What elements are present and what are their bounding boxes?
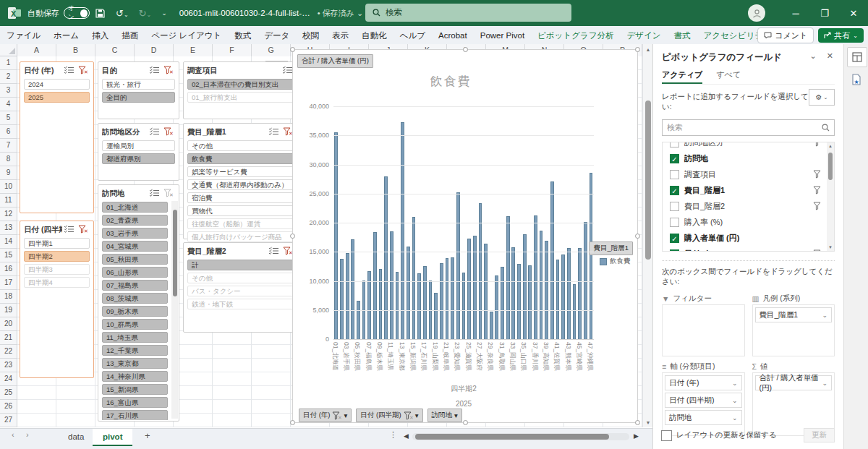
slicer-multiselect-button[interactable] — [150, 189, 161, 199]
bar-17_石川県[interactable] — [423, 266, 427, 339]
panel-collapse-icon[interactable]: ⌄ — [810, 51, 817, 61]
pivot-chart[interactable]: 合計 / 購入者単価 (円) 飲食費 01_北海道03_岩手県05_秋田県07_… — [292, 49, 638, 423]
bar-10_群馬県[interactable] — [384, 176, 388, 339]
field-checkbox[interactable] — [670, 170, 679, 179]
bar-25_滋賀県[interactable] — [467, 239, 471, 339]
row-header-16[interactable]: 16 — [0, 262, 17, 276]
minimize-button[interactable]: ─ — [781, 0, 810, 26]
select-all-corner[interactable] — [0, 44, 17, 56]
bar-39_高知県[interactable] — [545, 241, 548, 339]
sheet-tab-pivot[interactable]: pivot — [93, 429, 132, 446]
row-header-17[interactable]: 17 — [0, 276, 17, 290]
column-header-F[interactable]: F — [213, 44, 252, 56]
slicer-item[interactable]: 03_岩手県 — [102, 228, 168, 239]
bar-30_和歌山県[interactable] — [495, 275, 498, 339]
chart-handle[interactable] — [463, 420, 468, 425]
share-button[interactable]: 共有 ⌄ — [818, 28, 864, 43]
slicer-multiselect-button[interactable] — [269, 127, 281, 137]
ribbon-tab-自動化[interactable]: 自動化 — [355, 27, 393, 44]
chart-value-field-button[interactable]: 合計 / 購入者単価 (円) — [297, 54, 373, 68]
bar-22_静岡県[interactable] — [451, 257, 454, 339]
bar-21_岐阜県[interactable] — [446, 258, 449, 339]
area-box-legend[interactable]: 費目_階層1⌄ — [752, 304, 835, 356]
slicer-item[interactable]: 04_宮城県 — [102, 241, 168, 252]
field-row-訪問地区分[interactable]: 訪問地区分 — [664, 142, 833, 150]
slicer-clear-filter-button[interactable]: ✕ — [163, 66, 175, 76]
field-checkbox[interactable]: ✓ — [670, 249, 679, 252]
hscroll-left-icon[interactable]: ◀ — [404, 432, 409, 440]
chart-axis-field-button[interactable]: 訪問地 ▾ — [427, 409, 462, 422]
bar-31_鳥取県[interactable] — [501, 267, 504, 339]
autosave-control[interactable]: 自動保存 オン — [27, 7, 90, 19]
bar-43_熊本県[interactable] — [567, 248, 571, 339]
bar-11_埼玉県[interactable] — [390, 231, 393, 339]
field-row-費目_階層1[interactable]: ✓費目_階層1 — [664, 182, 833, 198]
slicer-item[interactable]: 14_神奈川県 — [102, 371, 168, 382]
slicer-item[interactable]: 四半期1 — [24, 238, 90, 249]
slicer-item[interactable]: 2024 — [24, 79, 90, 90]
comments-button[interactable]: コメント — [757, 27, 814, 43]
excel-app-icon[interactable]: X — [7, 6, 22, 20]
row-header-27[interactable]: 27 — [0, 414, 17, 427]
ribbon-tab-Acrobat[interactable]: Acrobat — [432, 27, 474, 44]
row-header-19[interactable]: 19 — [0, 304, 17, 317]
row-header-11[interactable]: 11 — [0, 194, 17, 208]
bar-47_沖縄県[interactable] — [590, 173, 593, 339]
scroll-down-icon[interactable]: ▼ — [825, 242, 835, 252]
row-header-13[interactable]: 13 — [0, 221, 17, 235]
column-header-A[interactable]: A — [17, 44, 56, 56]
bar-13_東京都[interactable] — [401, 122, 404, 339]
slicer-multiselect-button[interactable] — [150, 127, 161, 137]
row-header-18[interactable]: 18 — [0, 290, 17, 304]
hscroll-right-icon[interactable]: ▶ — [634, 432, 639, 440]
field-checkbox[interactable]: ✓ — [670, 186, 679, 195]
slicer-item[interactable]: 四半期4 — [24, 277, 90, 288]
slicer-item[interactable]: バス・タクシー — [187, 286, 294, 296]
chart-handle[interactable] — [463, 47, 468, 52]
slicer-item[interactable]: 買物代 — [187, 205, 294, 216]
slicer-item[interactable]: 飲食費 — [187, 153, 294, 164]
ribbon-tab-挿入[interactable]: 挿入 — [85, 27, 115, 44]
slicer-purpose[interactable]: 目的✕観光・旅行全目的 — [98, 61, 179, 119]
slicer-visit-area[interactable]: 訪問地✕01_北海道02_青森県03_岩手県04_宮城県05_秋田県06_山形県… — [98, 184, 179, 422]
chart-handle[interactable] — [635, 420, 640, 425]
bar-32_島根県[interactable] — [506, 216, 510, 339]
column-header-G[interactable]: G — [252, 44, 291, 56]
area-chip[interactable]: 合計 / 購入者単価 (円)⌄ — [755, 375, 833, 390]
row-header-23[interactable]: 23 — [0, 359, 17, 372]
slicer-date-year[interactable]: 日付 (年)✕20242025 — [20, 61, 94, 213]
field-row-費目_階層2[interactable]: 費目_階層2 — [664, 198, 833, 214]
add-sheet-button[interactable]: + — [145, 430, 150, 441]
ribbon-tab-数式[interactable]: 数式 — [228, 27, 258, 44]
bar-14_神奈川県[interactable] — [407, 247, 410, 339]
area-box-filters[interactable] — [662, 304, 745, 356]
column-header-D[interactable]: D — [135, 44, 174, 56]
slicer-item[interactable]: 09_栃木県 — [102, 306, 168, 317]
ribbon-tab-校閲[interactable]: 校閲 — [296, 27, 326, 44]
area-chip[interactable]: 日付 (四半期)⌄ — [665, 393, 742, 408]
slicer-item[interactable]: その他 — [187, 140, 294, 151]
field-list[interactable]: 訪問地区分✓訪問地調査項目✓費目_階層1費目_階層2購入率 (%)✓購入者単価 … — [662, 142, 835, 252]
row-header-14[interactable]: 14 — [0, 235, 17, 249]
row-header-2[interactable]: 2 — [0, 70, 17, 84]
slicer-multiselect-button[interactable] — [150, 66, 161, 76]
horizontal-scrollbar[interactable] — [412, 433, 629, 440]
slicer-item[interactable]: 鉄道・地下鉄 — [187, 299, 294, 309]
chart-handle[interactable] — [635, 47, 640, 52]
bar-02_青森県[interactable] — [340, 259, 344, 339]
slicer-item-l1[interactable]: 費目_階層1✕その他飲食費娯楽等サービス費交通費（都道府県内移動のみ）宿泊費買物… — [183, 123, 299, 239]
checkbox[interactable] — [661, 430, 672, 441]
bar-20_長野県[interactable] — [440, 263, 443, 339]
bar-33_岡山県[interactable] — [511, 247, 515, 339]
autosave-toggle[interactable]: オン — [64, 7, 90, 19]
slicer-area-type[interactable]: 訪問地区分✕運輸局別都道府県別 — [98, 123, 179, 181]
slicer-item[interactable]: 01_北海道 — [102, 202, 168, 213]
chart-axis-field-button[interactable]: 日付 (四半期) ✕ ▾ — [356, 409, 422, 422]
field-row-日付 (年)[interactable]: ✓日付 (年) — [664, 246, 833, 252]
area-chip[interactable]: 日付 (年)⌄ — [665, 375, 742, 390]
slicer-multiselect-button[interactable] — [64, 225, 76, 235]
slicer-item[interactable]: 2025 — [24, 92, 90, 103]
slicer-item[interactable]: 02_日本滞在中の費目別支出 — [187, 79, 294, 90]
scroll-up-icon[interactable]: ▲ — [643, 44, 653, 54]
slicer-item[interactable]: 往復航空（船舶）運賃 — [187, 218, 294, 229]
